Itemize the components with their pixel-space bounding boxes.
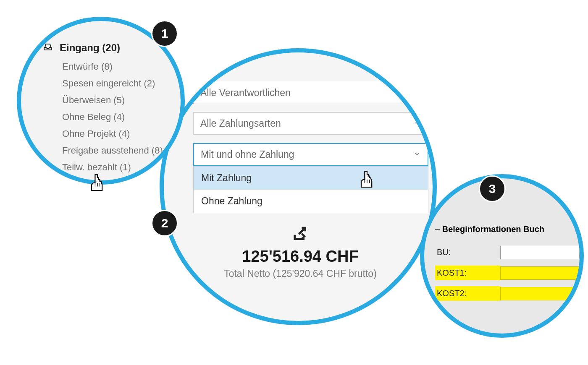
sidebar-item-no-receipt[interactable]: Ohne Beleg (4) <box>62 112 176 123</box>
payment-types-dropdown-label: Alle Zahlungsarten <box>200 118 281 129</box>
inbox-sublist: Entwürfe (8) Spesen eingereicht (2) Über… <box>42 61 176 173</box>
payment-types-dropdown[interactable]: Alle Zahlungsarten <box>193 112 428 135</box>
responsible-dropdown[interactable]: Alle Verantwortlichen <box>193 82 428 104</box>
step-badge-3: 3 <box>479 175 506 202</box>
panel-title: Beleginformationen Buch <box>435 224 580 234</box>
input-kost2[interactable] <box>500 287 580 300</box>
inbox-title: Eingang (20) <box>60 42 120 54</box>
inbox-tray-icon <box>42 42 54 54</box>
chevron-down-icon <box>414 87 421 99</box>
form-row-bu: BU: <box>435 245 580 260</box>
payment-status-dropdown[interactable]: Mit und ohne Zahlung <box>193 143 428 166</box>
responsible-dropdown-label: Alle Verantwortlichen <box>200 87 291 99</box>
sidebar-item-drafts[interactable]: Entwürfe (8) <box>62 61 176 72</box>
input-bu[interactable] <box>500 246 580 259</box>
form-row-kost2: KOST2: <box>435 286 580 301</box>
total-net-amount: 125'516.94 CHF <box>193 248 407 266</box>
enter-arrow-icon <box>292 237 309 244</box>
sidebar-item-no-project[interactable]: Ohne Projekt (4) <box>62 128 176 139</box>
sidebar-item-approval-pending[interactable]: Freigabe ausstehend (8) <box>62 145 176 156</box>
label-kost2: KOST2: <box>435 286 500 301</box>
chevron-down-icon <box>414 118 421 129</box>
step-badge-1: 1 <box>151 20 178 47</box>
dropdown-option-without-payment[interactable]: Ohne Zahlung <box>194 190 428 213</box>
step-badge-2: 2 <box>151 210 178 237</box>
receipt-info-circle: Beleginformationen Buch BU: KOST1: KOST2… <box>420 174 584 338</box>
form-row-kost1: KOST1: <box>435 266 580 280</box>
sidebar-item-expenses-submitted[interactable]: Spesen eingereicht (2) <box>62 78 176 89</box>
total-block: 125'516.94 CHF Total Netto (125'920.64 C… <box>193 226 407 279</box>
input-kost1[interactable] <box>500 266 580 280</box>
label-kost1: KOST1: <box>435 266 500 280</box>
dropdown-option-with-payment[interactable]: Mit Zahlung <box>194 167 428 190</box>
filter-panel-circle: Alle Verantwortlichen Alle Zahlungsarten… <box>160 48 437 325</box>
payment-status-dropdown-list: Mit Zahlung Ohne Zahlung <box>193 166 428 213</box>
sidebar-item-partially-paid[interactable]: Teilw. bezahlt (1) <box>62 162 176 173</box>
chevron-down-icon <box>413 149 421 160</box>
payment-status-dropdown-label: Mit und ohne Zahlung <box>201 149 294 160</box>
total-gross-subtitle: Total Netto (125'920.64 CHF brutto) <box>193 268 407 279</box>
label-bu: BU: <box>435 245 500 260</box>
sidebar-item-transfer[interactable]: Überweisen (5) <box>62 95 176 106</box>
